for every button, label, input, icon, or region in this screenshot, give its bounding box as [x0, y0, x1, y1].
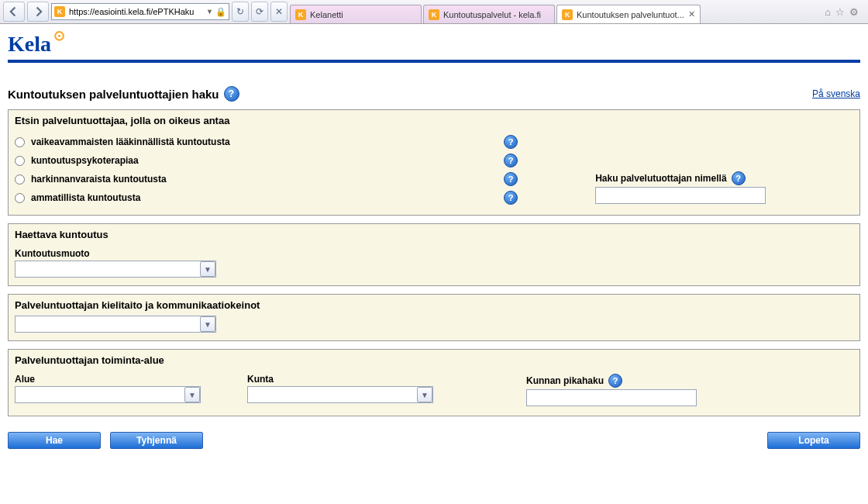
search-button[interactable]: Hae	[8, 432, 101, 449]
language-link-svenska[interactable]: På svenska	[812, 88, 860, 99]
section-rehab-form: Haettava kuntoutus Kuntoutusmuoto ▼	[8, 223, 860, 286]
browser-chrome: K ▼ 🔒 ↻ ⟳ ✕ K Kelanetti K Kuntoutuspalve…	[0, 0, 868, 24]
browser-tab-active[interactable]: K Kuntoutuksen palveluntuot... ✕	[556, 5, 701, 23]
header-divider	[8, 60, 860, 63]
help-icon[interactable]: ?	[224, 86, 239, 102]
radio-label: kuntoutuspsykoterapiaa	[31, 155, 139, 166]
section-heading: Etsin palveluntuottajaa, jolla on oikeus…	[9, 110, 859, 131]
area-label: Alue	[15, 371, 216, 386]
page-title: Kuntoutuksen palveluntuottajien haku	[8, 88, 219, 101]
radio-label: harkinnanvaraista kuntoutusta	[31, 174, 167, 185]
tab-favicon: K	[562, 9, 573, 20]
lock-icon: 🔒	[215, 7, 226, 17]
section-heading: Palveluntuottajan toiminta-alue	[9, 350, 859, 371]
section-language: Palveluntuottajan kielitaito ja kommunik…	[8, 294, 860, 341]
browser-tab[interactable]: K Kuntoutuspalvelut - kela.fi	[423, 5, 555, 23]
radio-option-2[interactable]	[15, 156, 25, 166]
quick-search-label: Kunnan pikahaku	[526, 375, 604, 386]
kela-logo: Kela ⊙	[8, 32, 51, 57]
tab-label: Kuntoutuspalvelut - kela.fi	[443, 10, 541, 19]
chevron-down-icon[interactable]: ▼	[184, 387, 200, 402]
tab-label: Kelanetti	[310, 10, 343, 19]
nav-back-button[interactable]	[3, 2, 25, 22]
clear-button[interactable]: Tyhjennä	[110, 432, 203, 449]
browser-tab[interactable]: K Kelanetti	[290, 5, 422, 23]
radio-option-1[interactable]	[15, 137, 25, 147]
help-icon[interactable]: ?	[608, 374, 622, 388]
help-icon[interactable]: ?	[504, 154, 518, 167]
radio-label: vaikeavammaisten lääkinnällistä kuntoutu…	[31, 136, 230, 147]
help-icon[interactable]: ?	[504, 135, 518, 149]
chevron-down-icon[interactable]: ▼	[200, 261, 215, 277]
section-service-right: Etsin palveluntuottajaa, jolla on oikeus…	[8, 109, 860, 216]
form-type-select[interactable]	[15, 261, 216, 278]
tab-favicon: K	[295, 9, 306, 20]
tab-close-icon[interactable]: ✕	[688, 9, 695, 19]
form-type-label: Kuntoutusmuoto	[15, 245, 853, 261]
url-input[interactable]	[67, 5, 204, 19]
refresh-button[interactable]: ↻	[232, 2, 249, 22]
municipality-select[interactable]	[247, 386, 433, 403]
radio-option-4[interactable]	[15, 193, 25, 203]
tab-favicon: K	[429, 9, 439, 20]
address-bar[interactable]: K ▼ 🔒	[51, 3, 229, 20]
area-select[interactable]	[15, 386, 201, 403]
municipality-label: Kunta	[247, 371, 449, 386]
municipality-quick-search-input[interactable]	[526, 389, 697, 406]
home-icon[interactable]: ⌂	[825, 6, 831, 18]
help-icon[interactable]: ?	[504, 191, 518, 205]
chevron-down-icon[interactable]: ▼	[417, 387, 432, 402]
name-search-label: Haku palvelutuottajan nimellä	[595, 173, 726, 184]
reload-button[interactable]: ⟳	[251, 2, 268, 22]
logo-swirl-icon: ⊙	[53, 27, 65, 44]
chrome-toolbar-icons: ⌂ ☆ ⚙	[825, 6, 865, 18]
dropdown-icon[interactable]: ▼	[206, 8, 213, 16]
help-icon[interactable]: ?	[732, 171, 746, 185]
settings-icon[interactable]: ⚙	[849, 6, 859, 18]
chevron-down-icon[interactable]: ▼	[200, 316, 215, 332]
radio-label: ammatillista kuntoutusta	[31, 192, 140, 203]
stop-button[interactable]: ✕	[270, 2, 288, 22]
provider-name-input[interactable]	[595, 187, 766, 204]
tab-strip: K Kelanetti K Kuntoutuspalvelut - kela.f…	[290, 0, 822, 23]
tab-label: Kuntoutuksen palveluntuot...	[577, 10, 684, 19]
help-icon[interactable]: ?	[504, 172, 518, 186]
section-heading: Haettava kuntoutus	[9, 224, 859, 245]
page-content: Kela ⊙ Kuntoutuksen palveluntuottajien h…	[0, 24, 868, 464]
favorites-icon[interactable]: ☆	[835, 6, 845, 18]
section-heading: Palveluntuottajan kielitaito ja kommunik…	[9, 295, 859, 316]
action-buttons-row: Hae Tyhjennä Lopeta	[8, 416, 860, 449]
site-favicon: K	[54, 6, 65, 17]
language-select[interactable]	[15, 316, 216, 333]
section-operating-area: Palveluntuottajan toiminta-alue Alue ▼ K…	[8, 349, 860, 416]
exit-button[interactable]: Lopeta	[767, 432, 860, 449]
nav-forward-button[interactable]	[27, 2, 49, 22]
radio-option-3[interactable]	[15, 174, 25, 185]
